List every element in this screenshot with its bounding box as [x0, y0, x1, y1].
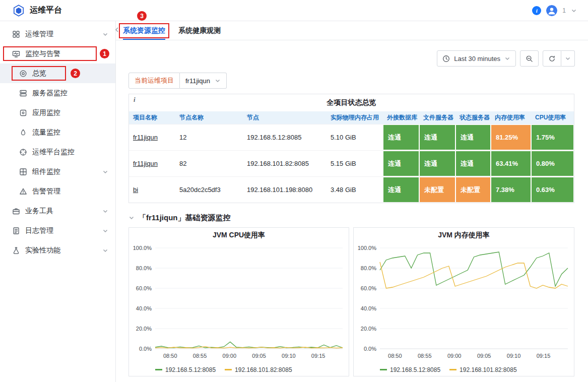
section-header[interactable]: 「fr11jiqun」基础资源监控 — [128, 212, 575, 223]
sidebar-collapse-icon[interactable] — [114, 26, 120, 35]
svg-text:80.0%: 80.0% — [361, 265, 376, 271]
sidebar-item-label: 实验性功能 — [25, 246, 97, 255]
project-link[interactable]: bi — [129, 177, 175, 203]
tab-label: 系统资源监控 — [123, 26, 165, 35]
legend-label: 192.168.5.12:8085 — [390, 366, 440, 373]
column-header[interactable]: 节点名称 — [175, 111, 243, 124]
jvm-cpu-usage-chart[interactable]: 0.0%20.0%40.0%60.0%80.0%100.0%08:5008:55… — [129, 243, 349, 364]
column-header[interactable]: CPU使用率 — [531, 111, 574, 124]
sidebar-item-alert-management[interactable]: 告警管理 — [0, 181, 115, 201]
log-management-icon — [12, 227, 20, 235]
zoom-out-button[interactable] — [520, 50, 539, 67]
node-name-cell: 82 — [175, 151, 243, 176]
svg-text:09:00: 09:00 — [447, 353, 462, 359]
panel-info-icon[interactable]: i — [134, 96, 136, 104]
status-badge: 未配置 — [456, 177, 490, 202]
chevron-down-icon — [128, 215, 135, 221]
alert-management-icon — [19, 187, 27, 196]
chevron-down-icon — [102, 208, 108, 214]
app-monitor-icon — [19, 109, 27, 117]
svg-text:40.0%: 40.0% — [361, 305, 376, 311]
info-icon[interactable]: i — [532, 6, 541, 15]
usage-badge: 63.41% — [491, 151, 531, 176]
project-link[interactable]: fr11jiqun — [129, 151, 175, 176]
column-header[interactable]: 节点 — [243, 111, 326, 124]
column-header[interactable]: 内存使用率 — [491, 111, 531, 124]
svg-text:09:00: 09:00 — [223, 353, 237, 359]
app-logo-icon — [12, 4, 25, 17]
time-range-picker[interactable]: Last 30 minutes — [437, 50, 516, 67]
status-badge: 连通 — [383, 125, 419, 150]
chevron-down-icon — [102, 228, 108, 234]
legend-item[interactable]: 192.168.101.82:8085 — [225, 366, 292, 373]
jvm-memory-usage-panel: JVM 内存使用率 0.0%20.0%40.0%60.0%80.0%100.0%… — [353, 227, 574, 376]
refresh-button[interactable] — [543, 50, 561, 67]
sidebar-item-label: 监控与告警 — [25, 49, 97, 58]
svg-text:80.0%: 80.0% — [136, 265, 152, 271]
column-header[interactable]: 实际物理内存占用 — [326, 111, 383, 124]
chart-svg: 0.0%20.0%40.0%60.0%80.0%100.0%08:5008:55… — [354, 243, 574, 362]
sidebar-item-traffic-monitoring[interactable]: 流量监控 — [0, 122, 115, 142]
column-header[interactable]: 文件服务器 — [419, 111, 455, 124]
project-name: bi — [133, 186, 138, 194]
usage-badge: 0.63% — [532, 177, 573, 202]
svg-text:08:55: 08:55 — [193, 353, 207, 359]
sidebar-item-experimental-features[interactable]: 实验性功能 — [0, 240, 115, 260]
sidebar-item-ops-management[interactable]: 运维管理 — [0, 24, 115, 44]
jvm-memory-usage-chart[interactable]: 0.0%20.0%40.0%60.0%80.0%100.0%08:5008:55… — [354, 243, 574, 364]
sidebar-item-monitoring-alerts[interactable]: 监控与告警 — [0, 44, 115, 63]
header-actions: i 1 — [532, 5, 577, 16]
project-name: fr11jiqun — [133, 160, 158, 167]
sidebar-item-platform-monitoring[interactable]: 运维平台监控 — [0, 142, 115, 162]
sidebar-item-app-monitoring[interactable]: 应用监控 — [0, 103, 115, 122]
time-range-label: Last 30 minutes — [454, 55, 500, 62]
usage-badge: 81.25% — [491, 125, 531, 150]
memory-usage-cell: 81.25% — [491, 124, 531, 150]
app-header: 运维平台 i 1 — [0, 0, 588, 21]
svg-text:60.0%: 60.0% — [361, 285, 376, 291]
file-server-status-cell: 未配置 — [419, 177, 455, 203]
table-header-row: 项目名称 节点名称 节点 实际物理内存占用 外接数据库 文件服务器 状态服务器 … — [129, 111, 574, 124]
refresh-interval-dropdown[interactable] — [561, 50, 575, 67]
svg-text:0.0%: 0.0% — [139, 346, 152, 352]
usage-badge: 7.38% — [491, 177, 531, 202]
chevron-down-icon — [102, 31, 108, 37]
project-select[interactable]: fr11jiqun — [180, 73, 227, 89]
chevron-down-icon — [565, 55, 571, 61]
legend-item[interactable]: 192.168.101.82:8085 — [449, 366, 516, 373]
column-header[interactable]: 外接数据库 — [383, 111, 419, 124]
tab-system-health-observation[interactable]: 系统健康观测 — [178, 21, 221, 40]
status-overview-panel: i 全项目状态总览 项目名称 节点名称 节点 实际物理内存占用 外接数据库 文件… — [128, 94, 574, 203]
chart-svg: 0.0%20.0%40.0%60.0%80.0%100.0%08:5008:55… — [129, 243, 349, 362]
node-name-cell: 5a20dc2c5df3 — [175, 177, 243, 203]
avatar[interactable] — [546, 5, 557, 16]
svg-text:40.0%: 40.0% — [136, 305, 152, 311]
memory-usage-cell: 63.41% — [491, 151, 531, 176]
legend-swatch — [449, 369, 456, 370]
main-area: 系统资源监控 系统健康观测 Last 30 minutes — [116, 21, 588, 382]
sidebar-item-overview[interactable]: 总览 — [0, 63, 115, 83]
project-link[interactable]: fr11jiqun — [129, 124, 175, 150]
legend-item[interactable]: 192.168.5.12:8085 — [155, 366, 216, 373]
tab-bar: 系统资源监控 系统健康观测 — [116, 21, 588, 40]
time-toolbar: Last 30 minutes — [128, 50, 575, 67]
sidebar-item-log-management[interactable]: 日志管理 — [0, 221, 115, 240]
svg-text:0.0%: 0.0% — [364, 346, 376, 352]
memory-cell: 5.10 GiB — [326, 124, 383, 150]
chevron-down-icon[interactable] — [571, 8, 577, 14]
svg-text:09:05: 09:05 — [252, 353, 266, 359]
sidebar-item-server-monitoring[interactable]: 服务器监控 — [0, 83, 115, 103]
svg-text:100.0%: 100.0% — [133, 245, 152, 251]
tab-system-resource-monitoring[interactable]: 系统资源监控 — [123, 21, 165, 40]
status-badge: 未配置 — [420, 177, 455, 202]
svg-text:60.0%: 60.0% — [136, 285, 152, 291]
sidebar-item-component-monitoring[interactable]: 组件监控 — [0, 162, 115, 181]
legend-item[interactable]: 192.168.5.12:8085 — [380, 366, 440, 373]
sidebar-item-business-tools[interactable]: 业务工具 — [0, 201, 115, 221]
column-header[interactable]: 状态服务器 — [455, 111, 491, 124]
legend-label: 192.168.5.12:8085 — [165, 366, 216, 373]
column-header[interactable]: 项目名称 — [129, 111, 175, 124]
svg-text:09:15: 09:15 — [537, 353, 551, 359]
cpu-usage-cell: 1.75% — [531, 124, 574, 150]
node-cell: 192.168.5.12:8085 — [243, 124, 326, 150]
